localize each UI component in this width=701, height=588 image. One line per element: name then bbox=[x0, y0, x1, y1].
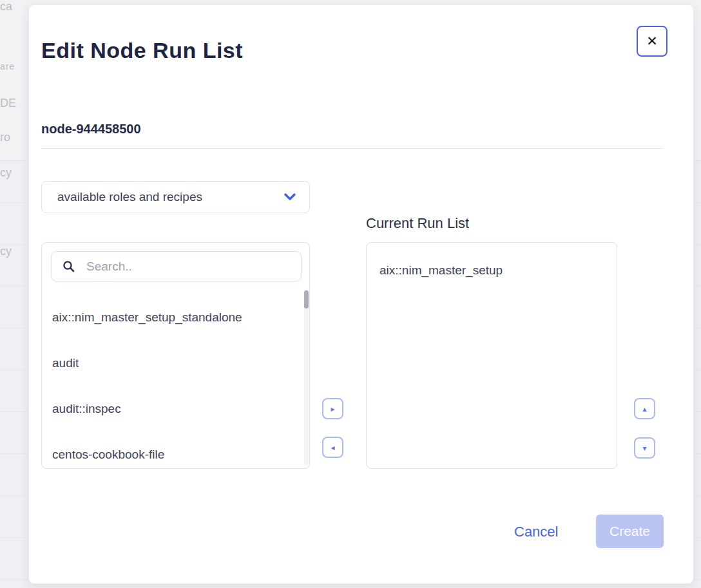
chevron-down-icon bbox=[283, 193, 296, 202]
cancel-button[interactable]: Cancel bbox=[514, 524, 558, 540]
backdrop-text-fragment: ro bbox=[0, 131, 10, 144]
arrow-down-icon: ▾ bbox=[642, 444, 646, 452]
roles-recipes-dropdown[interactable]: available roles and recipes bbox=[41, 181, 310, 213]
list-scrollbar[interactable] bbox=[304, 289, 309, 465]
current-run-list-heading: Current Run List bbox=[366, 215, 469, 232]
arrow-left-icon: ◂ bbox=[331, 444, 334, 451]
move-right-button[interactable]: ▸ bbox=[322, 398, 343, 419]
scrollbar-thumb[interactable] bbox=[304, 290, 309, 308]
available-list-item[interactable]: audit bbox=[42, 340, 300, 386]
node-name-label: node-944458500 bbox=[41, 122, 141, 137]
backdrop-text-fragment: ca bbox=[0, 0, 12, 14]
close-icon: ✕ bbox=[646, 33, 658, 49]
move-up-button[interactable]: ▴ bbox=[634, 398, 655, 419]
arrow-up-icon: ▴ bbox=[642, 405, 646, 413]
backdrop-text-fragment: cy bbox=[0, 166, 12, 180]
current-run-list-items: aix::nim_master_setup bbox=[367, 243, 617, 287]
edit-node-run-list-modal: ✕ Edit Node Run List node-944458500 avai… bbox=[29, 5, 693, 583]
move-left-button[interactable]: ◂ bbox=[322, 437, 343, 458]
modal-title: Edit Node Run List bbox=[41, 38, 243, 63]
node-name-underline bbox=[41, 148, 663, 149]
backdrop-text-fragment: are bbox=[0, 61, 15, 71]
current-list-item[interactable]: aix::nim_master_setup bbox=[367, 254, 617, 287]
available-list-item[interactable]: aix::nim_master_setup_standalone bbox=[42, 294, 300, 340]
move-down-button[interactable]: ▾ bbox=[634, 437, 655, 459]
close-button[interactable]: ✕ bbox=[637, 26, 667, 57]
search-box bbox=[51, 251, 302, 281]
arrow-right-icon: ▸ bbox=[331, 405, 334, 413]
dropdown-selected-value: available roles and recipes bbox=[42, 190, 283, 204]
available-list-item[interactable]: audit::inspec bbox=[42, 386, 300, 432]
backdrop-text-fragment: cy bbox=[0, 245, 12, 258]
current-run-list-panel: aix::nim_master_setup bbox=[366, 242, 617, 469]
backdrop-text-fragment: DE bbox=[0, 97, 16, 110]
available-list-item[interactable]: centos-cookbook-file bbox=[42, 432, 300, 469]
create-button[interactable]: Create bbox=[596, 515, 664, 548]
available-items-panel: aix::nim_master_setup_standalone audit a… bbox=[41, 242, 310, 469]
search-input[interactable] bbox=[86, 260, 294, 274]
available-items-list: aix::nim_master_setup_standalone audit a… bbox=[42, 281, 300, 468]
search-icon bbox=[62, 260, 75, 272]
